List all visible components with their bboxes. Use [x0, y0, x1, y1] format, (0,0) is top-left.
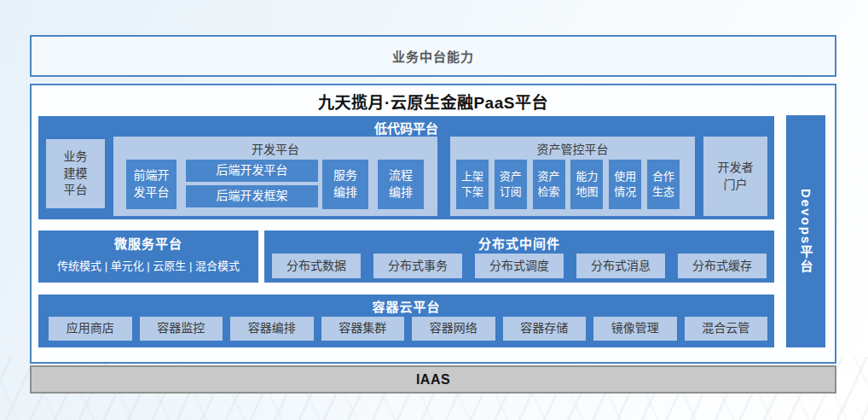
paas-platform-title: 九天揽月·云原生金融PaaS平台 [32, 90, 835, 113]
app-store-box: 应用商店 [49, 317, 132, 341]
container-cloud-items-row: 应用商店 容器监控 容器编排 容器集群 容器网络 容器存储 镜像管理 混合云管 [49, 317, 767, 341]
business-midplatform-box: 业务中台能力 [30, 35, 836, 77]
process-orchestration-box: 流程 编排 [378, 160, 424, 209]
middleware-items-row: 分布式数据 分布式事务 分布式调度 分布式消息 分布式缓存 [272, 254, 767, 278]
microservices-platform-title: 微服务平台 [38, 230, 258, 252]
distributed-data-box: 分布式数据 [272, 254, 361, 278]
distributed-transaction-box: 分布式事务 [373, 254, 462, 278]
business-modeling-platform-box: 业务 建模 平台 [46, 139, 105, 208]
image-management-box: 镜像管理 [593, 317, 677, 341]
devops-platform-bar: Devops平台 [786, 115, 825, 347]
distributed-scheduling-box: 分布式调度 [475, 254, 564, 278]
distributed-middleware-title: 分布式中间件 [264, 230, 774, 252]
backend-dev-platform-box: 后端开发平台 [186, 160, 318, 182]
developer-portal-box: 开发者 门户 [703, 137, 767, 216]
asset-subscription-box: 资产 订阅 [495, 160, 527, 209]
capability-map-box: 能力 地图 [570, 160, 603, 209]
container-cluster-box: 容器集群 [321, 317, 405, 341]
dev-platform-group: 开发平台 前端开 发平台 后端开发平台 后端开发框架 服务 编排 流程 编排 [113, 137, 437, 216]
cooperation-ecosystem-box: 合作 生态 [647, 160, 680, 209]
architecture-diagram: 业务中台能力 九天揽月·云原生金融PaaS平台 低代码平台 业务 建模 平台 开… [0, 0, 868, 420]
distributed-message-box: 分布式消息 [576, 254, 665, 278]
container-cloud-platform-section: 容器云平台 应用商店 容器监控 容器编排 容器集群 容器网络 容器存储 镜像管理… [38, 295, 774, 347]
dev-platform-title: 开发平台 [113, 137, 437, 157]
asset-control-items-row: 上架 下架 资产 订阅 资产 检索 能力 地图 使用 情况 合作 生态 [456, 160, 680, 209]
asset-onoff-shelf-box: 上架 下架 [456, 160, 489, 209]
backend-dev-framework-box: 后端开发框架 [186, 185, 318, 207]
distributed-middleware-section: 分布式中间件 分布式数据 分布式事务 分布式调度 分布式消息 分布式缓存 [264, 230, 774, 283]
frontend-dev-platform-box: 前端开 发平台 [126, 160, 176, 209]
container-monitoring-box: 容器监控 [140, 317, 223, 341]
container-network-box: 容器网络 [412, 317, 495, 341]
service-orchestration-box: 服务 编排 [322, 160, 368, 209]
hybrid-cloud-management-box: 混合云管 [685, 317, 768, 341]
lowcode-platform-section: 低代码平台 业务 建模 平台 开发平台 前端开 发平台 后端开发平台 后端开发框… [38, 116, 774, 219]
lowcode-platform-title: 低代码平台 [38, 116, 774, 137]
asset-control-platform-title: 资产管控平台 [450, 137, 695, 157]
container-cloud-platform-title: 容器云平台 [38, 295, 774, 315]
iaas-label: IAAS [416, 372, 450, 388]
paas-platform-container: 九天揽月·云原生金融PaaS平台 低代码平台 业务 建模 平台 开发平台 前端开… [30, 84, 836, 364]
container-orchestration-box: 容器编排 [230, 317, 314, 341]
distributed-cache-box: 分布式缓存 [678, 254, 767, 278]
container-storage-box: 容器存储 [503, 317, 587, 341]
usage-status-box: 使用 情况 [609, 160, 641, 209]
iaas-bar: IAAS [30, 365, 836, 394]
microservices-platform-section: 微服务平台 传统模式 | 单元化 | 云原生 | 混合模式 [38, 230, 258, 283]
asset-search-box: 资产 检索 [533, 160, 565, 209]
devops-platform-label: Devops平台 [797, 189, 815, 274]
asset-control-platform-group: 资产管控平台 上架 下架 资产 订阅 资产 检索 能力 地图 使用 情况 合作 … [450, 137, 695, 216]
microservices-modes-label: 传统模式 | 单元化 | 云原生 | 混合模式 [38, 257, 258, 273]
business-midplatform-label: 业务中台能力 [392, 47, 474, 65]
